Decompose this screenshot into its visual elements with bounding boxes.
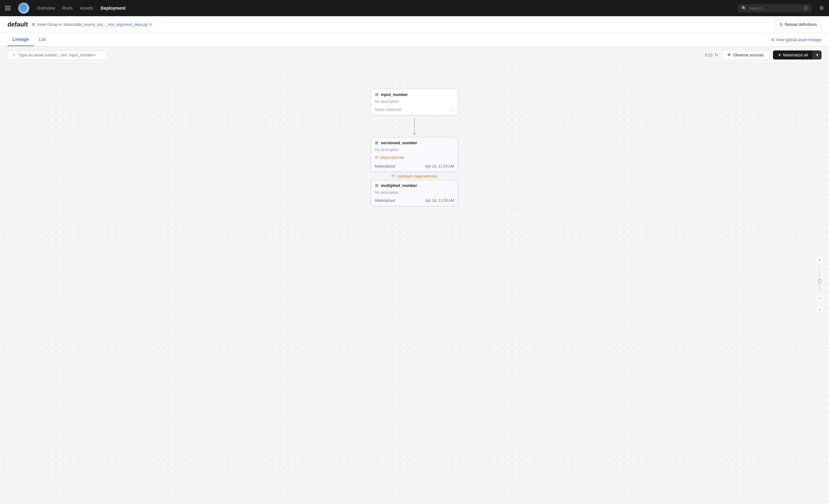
search-shortcut: / [804,6,808,10]
search-input[interactable] [749,6,801,10]
materialize-label: Materialize all [783,52,808,57]
deps-icon: ⟳ [375,155,379,160]
nav-search: 🔍 / [738,4,812,12]
sub-header: default ⊞ Asset Group in observable_sour… [0,16,829,33]
timer-value: 0:21 [705,52,713,57]
top-nav: 🌀 Overview Runs Assets Deployment 🔍 / ⚙ [0,0,829,16]
tab-list[interactable]: List [34,33,51,46]
subset-icon: ✳ [12,52,16,58]
table-icon: ⊞ [375,183,379,188]
breadcrumb-prefix: Asset Group in [37,23,62,27]
hamburger-menu[interactable] [5,6,10,10]
subset-input-wrapper: ✳ [7,50,107,60]
observe-sources-button[interactable]: 👁 Observe sources [722,50,769,60]
reload-label: Reload definitions [785,22,817,27]
toolbar-right: 0:21 ↻ 👁 Observe sources ✦ Materialize a… [705,50,822,60]
sparkle-icon: ✦ [778,52,781,57]
search-icon: 🔍 [742,6,747,10]
zoom-out-button[interactable]: − [815,294,824,303]
node-multiplied-number-date: Apr 14, 11:55 AM [425,199,454,203]
materialize-group: ✦ Materialize all ▾ [773,50,822,60]
upstream-label-text: Upstream dependencies [397,174,437,179]
nav-link-deployment[interactable]: Deployment [101,6,125,10]
zoom-slider-track [819,267,820,292]
toolbar: ✳ 0:21 ↻ 👁 Observe sources ✦ Materialize… [0,46,829,64]
node-versioned-number[interactable]: ⊞ versioned_number No description ⟳ Depe… [371,137,458,172]
page-title: default [7,21,28,28]
nav-link-runs[interactable]: Runs [62,6,73,10]
node-versioned-number-deps: ⟳ Dependencies [371,154,458,162]
materialize-dropdown-button[interactable]: ▾ [813,50,822,60]
sub-header-left: default ⊞ Asset Group in observable_sour… [7,21,152,28]
node-input-number-footer: Never observed – [371,106,458,115]
node-versioned-number-name: versioned_number [381,141,417,145]
arrow-head [413,133,416,135]
nav-logo: 🌀 [18,2,29,14]
node-versioned-number-desc: No description [371,147,458,154]
timer: 0:21 ↻ [705,52,718,57]
view-global-lineage-button[interactable]: ⑆ View global asset lineage [772,37,822,42]
node-versioned-number-header: ⊞ versioned_number [371,137,458,147]
observe-label: Observe sources [733,52,764,57]
table-icon: ⊞ [375,92,379,97]
node-input-number[interactable]: ⊞ input_number No description Never obse… [371,89,458,115]
zoom-fit-button[interactable]: ⤢ [815,305,824,314]
materialize-all-button[interactable]: ✦ Materialize all [773,50,813,60]
node-input-number-name: input_number [381,92,408,97]
zoom-in-button[interactable]: + [815,255,824,264]
node-versioned-number-status: Materialized [375,164,395,169]
node-multiplied-number-footer: Materialized Apr 14, 11:55 AM [371,196,458,206]
node-multiplied-number-name: multiplied_number [381,183,417,188]
breadcrumb-link[interactable]: observable_source_ass..._non_argument_de… [64,23,148,27]
upstream-label: ⟳ Upstream dependencies [392,172,437,180]
reload-definitions-button[interactable]: ↻ Reload definitions [775,20,822,29]
nav-links: Overview Runs Assets Deployment [37,6,730,10]
refresh-icon[interactable]: ↻ [149,23,152,27]
view-global-label: View global asset lineage [776,37,822,42]
tab-lineage[interactable]: Lineage [7,33,34,46]
node-versioned-number-date: Apr 14, 11:55 AM [425,164,454,169]
zoom-controls: + − ⤢ [815,255,824,314]
lineage-canvas: ⊞ input_number No description Never obse… [0,64,829,504]
nodes-container: ⊞ input_number No description Never obse… [371,89,458,206]
eye-icon: 👁 [727,52,731,57]
table-icon: ⊞ [32,22,35,27]
upstream-icon: ⟳ [392,174,395,179]
node-multiplied-number-status: Materialized [375,199,395,203]
zoom-slider-thumb[interactable] [818,279,822,283]
node-input-number-header: ⊞ input_number [371,89,458,99]
node-input-number-status: Never observed [375,107,401,112]
node-multiplied-number-desc: No description [371,190,458,196]
timer-refresh-icon[interactable]: ↻ [715,52,718,57]
node-versioned-number-footer: Materialized Apr 14, 11:55 AM [371,162,458,172]
nav-link-overview[interactable]: Overview [37,6,55,10]
connector-arrow-1 [413,115,416,137]
node-input-number-desc: No description [371,99,458,106]
gear-icon[interactable]: ⚙ [819,5,824,11]
connector-line [414,117,415,133]
node-multiplied-number[interactable]: ⊞ multiplied_number No description Mater… [371,180,458,206]
nav-link-assets[interactable]: Assets [80,6,93,10]
node-multiplied-number-header: ⊞ multiplied_number [371,180,458,190]
breadcrumb-info: ⊞ Asset Group in observable_source_ass..… [32,22,153,27]
tabs-bar: Lineage List ⑆ View global asset lineage [0,33,829,46]
deps-label: Dependencies [380,155,404,160]
table-icon: ⊞ [375,141,379,145]
node-input-number-dash: – [452,107,454,112]
lineage-icon: ⑆ [772,37,774,42]
subset-input[interactable] [19,52,103,57]
reload-icon: ↻ [780,22,783,27]
tabs-left: Lineage List [7,33,51,46]
